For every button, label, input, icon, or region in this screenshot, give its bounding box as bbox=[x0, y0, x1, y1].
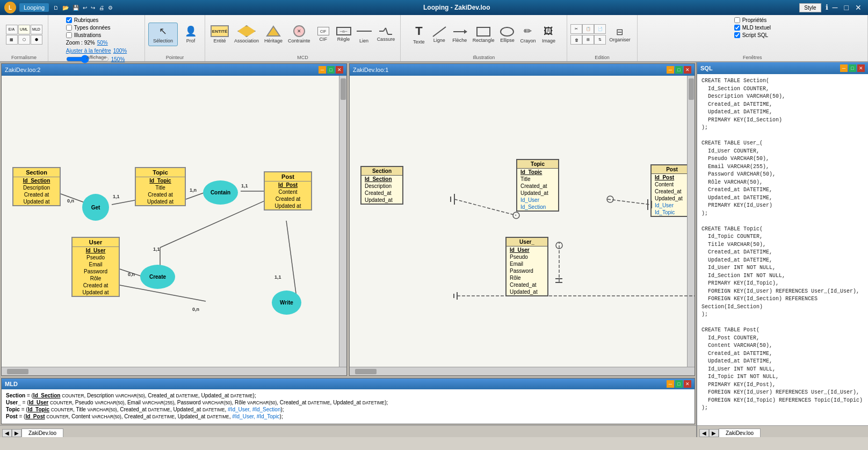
entity-topic-1[interactable]: Topic Id_Topic Title Created at Updated … bbox=[135, 167, 186, 206]
sort-icon[interactable]: ⇅ bbox=[594, 35, 606, 45]
regle-button[interactable]: ─n─ Règle bbox=[334, 26, 353, 43]
tab-zakidev-sql[interactable]: ZakiDev.loo bbox=[719, 429, 761, 437]
cb-rubriques[interactable]: Rubriques bbox=[66, 17, 111, 23]
extra-btn[interactable]: ⚙ bbox=[107, 5, 114, 11]
relation-create-1[interactable]: Create bbox=[140, 265, 175, 289]
sql-minimize[interactable]: ─ bbox=[840, 64, 848, 72]
relation-get-1[interactable]: Get bbox=[82, 194, 109, 221]
mld-minimize[interactable]: ─ bbox=[667, 380, 674, 388]
tab-nav-prev-left[interactable]: ◀ bbox=[2, 429, 12, 437]
cb-illus-input[interactable] bbox=[66, 32, 72, 38]
panel2-minimize[interactable]: ─ bbox=[667, 66, 674, 74]
mer-table-user[interactable]: User_ Id_User Pseudo Email Password Rôle… bbox=[505, 237, 548, 296]
sql-nav-next[interactable]: ▶ bbox=[709, 429, 719, 437]
panel1-vscroll[interactable] bbox=[339, 76, 346, 367]
relation-write-1[interactable]: Write bbox=[272, 291, 301, 315]
ligne-button[interactable]: Ligne bbox=[430, 25, 449, 44]
tab-zakidev-left[interactable]: ZakiDev.loo bbox=[21, 429, 63, 437]
close-button[interactable]: ✕ bbox=[853, 3, 864, 12]
undo-btn[interactable]: ↩ bbox=[82, 5, 88, 11]
lien-button[interactable]: Lien bbox=[355, 24, 374, 45]
entite-button[interactable]: ENTITÉ Entité bbox=[208, 24, 231, 45]
panel1-close[interactable]: ✕ bbox=[336, 66, 343, 74]
ellipse-button[interactable]: Ellipse bbox=[497, 25, 517, 44]
redo-btn[interactable]: ↪ bbox=[90, 5, 96, 11]
panel2-close[interactable]: ✕ bbox=[684, 66, 691, 74]
mer-table-section[interactable]: Section Id_Section Description Created_a… bbox=[360, 166, 403, 205]
sql-nav-prev[interactable]: ◀ bbox=[699, 429, 709, 437]
cut-icon[interactable]: ✂ bbox=[570, 24, 582, 34]
cb-proprietes[interactable]: Propriétés bbox=[734, 17, 767, 23]
er-icon-4[interactable]: ▦ bbox=[6, 35, 18, 45]
mld-close[interactable]: ✕ bbox=[684, 380, 691, 388]
save-btn[interactable]: 💾 bbox=[71, 5, 80, 11]
contrainte-button[interactable]: ✕ Contrainte bbox=[286, 24, 313, 45]
info-icon[interactable]: ℹ bbox=[826, 3, 828, 12]
er-icon-2[interactable]: UML bbox=[18, 25, 30, 34]
er-icon-1[interactable]: E/A bbox=[6, 25, 18, 34]
align-icon[interactable]: ⊞ bbox=[582, 35, 594, 45]
zoom-50[interactable]: 50% bbox=[97, 40, 108, 46]
panel2-vscroll-thumb[interactable] bbox=[689, 78, 694, 100]
cb-types[interactable]: Types données bbox=[66, 25, 111, 31]
relation-contain-1[interactable]: Contain bbox=[203, 180, 238, 205]
cb-script-sql[interactable]: Script SQL bbox=[734, 32, 768, 38]
panel2-vscroll[interactable] bbox=[687, 76, 695, 367]
del-icon[interactable]: 🗑 bbox=[570, 35, 582, 45]
cb-mld-textuel[interactable]: MLD textuel bbox=[734, 25, 771, 31]
open-btn[interactable]: 📂 bbox=[61, 5, 70, 11]
panel1-hscroll-thumb[interactable] bbox=[7, 369, 28, 374]
sql-content[interactable]: CREATE TABLE Section( Id_Section COUNTER… bbox=[697, 74, 868, 425]
panel2-hscroll[interactable] bbox=[350, 367, 695, 375]
selection-button[interactable]: ↖ Sélection bbox=[148, 23, 178, 46]
cb-types-input[interactable] bbox=[66, 25, 72, 31]
panel1-minimize[interactable]: ─ bbox=[319, 66, 326, 74]
diagram-canvas-2[interactable]: Section Id_Section Description Created_a… bbox=[350, 76, 695, 367]
app-name-tab[interactable]: Looping bbox=[19, 3, 49, 12]
cif-label: CIF bbox=[319, 37, 327, 42]
diagram-canvas-1[interactable]: Section Id_Section Description Created a… bbox=[2, 76, 346, 367]
cb-mld-input[interactable] bbox=[734, 25, 740, 31]
heritage-button[interactable]: Héritage bbox=[262, 24, 285, 45]
entity-section-1[interactable]: Section Id_Section Description Created a… bbox=[12, 167, 61, 206]
prof-button[interactable]: 👤 Prof bbox=[180, 23, 201, 46]
mld-maximize[interactable]: □ bbox=[675, 380, 683, 388]
cb-illus[interactable]: Illustrations bbox=[66, 32, 111, 38]
sql-maximize[interactable]: □ bbox=[849, 64, 856, 72]
style-button[interactable]: Style bbox=[799, 3, 821, 12]
er-icon-5[interactable]: ⬡ bbox=[18, 35, 30, 45]
copy-icon[interactable]: 📋 bbox=[582, 24, 594, 34]
cassure-button[interactable]: Cassure bbox=[375, 26, 397, 43]
panel1-vscroll-thumb[interactable] bbox=[341, 78, 346, 100]
print-btn[interactable]: 🖨 bbox=[98, 5, 105, 11]
er-icon-6[interactable]: ⬢ bbox=[31, 35, 42, 45]
minimize-button[interactable]: ─ bbox=[830, 3, 840, 12]
panel1-maximize[interactable]: □ bbox=[327, 66, 335, 74]
paste-icon[interactable]: 📄 bbox=[594, 24, 606, 34]
cb-proprietes-input[interactable] bbox=[734, 17, 740, 23]
rectangle-button[interactable]: Rectangle bbox=[471, 25, 497, 44]
new-btn[interactable]: 🗋 bbox=[52, 5, 60, 11]
er-icon-3[interactable]: MLD bbox=[31, 25, 42, 34]
panel1-hscroll[interactable] bbox=[2, 367, 346, 375]
zoom-100[interactable]: 100% bbox=[113, 48, 127, 54]
association-button[interactable]: Association bbox=[232, 24, 261, 45]
cb-rubriques-input[interactable] bbox=[66, 17, 72, 23]
image-button[interactable]: 🖼 Image bbox=[539, 25, 558, 45]
organiser-button[interactable]: ⊟ Organiser bbox=[606, 25, 634, 45]
ellipse-shape bbox=[500, 26, 515, 38]
entity-post-1[interactable]: Post Id_Post Content Created at Updated … bbox=[264, 171, 312, 211]
tab-nav-next-left[interactable]: ▶ bbox=[12, 429, 21, 437]
ajuster-link[interactable]: Ajuster à la fenêtre bbox=[66, 48, 111, 54]
entity-user-1[interactable]: User Id_User Pseudo Email Password Rôle … bbox=[71, 237, 120, 297]
mer-table-topic[interactable]: Topic Id_Topic Title Created_at Updated_… bbox=[516, 159, 559, 212]
cb-sql-input[interactable] bbox=[734, 32, 740, 38]
panel2-hscroll-thumb[interactable] bbox=[355, 369, 377, 374]
sql-close[interactable]: ✕ bbox=[857, 64, 865, 72]
cif-button[interactable]: CIF CIF bbox=[314, 26, 333, 43]
maximize-button[interactable]: □ bbox=[842, 3, 851, 12]
fleche-button[interactable]: Flèche bbox=[450, 25, 469, 44]
texte-button[interactable]: T Texte bbox=[409, 23, 429, 46]
panel2-maximize[interactable]: □ bbox=[675, 66, 683, 74]
crayon-button[interactable]: ✏ Crayon bbox=[518, 24, 538, 45]
